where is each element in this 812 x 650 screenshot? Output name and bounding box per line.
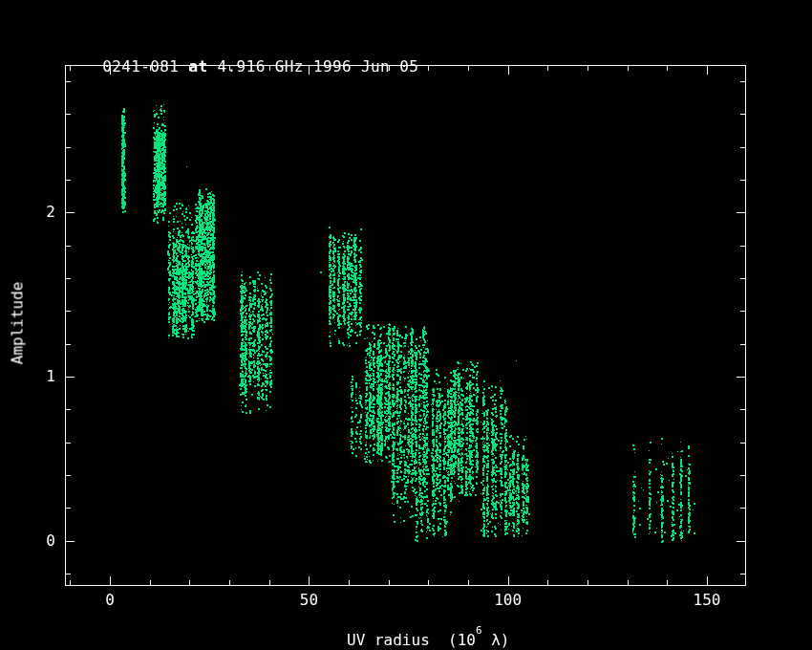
- plot-title-freq-date: 4.916 GHz 1996 Jun 05: [208, 57, 419, 76]
- y-tick-label-2: 2: [32, 203, 55, 222]
- x-tick-label-0: 0: [105, 591, 115, 610]
- plot-title-source: 0241-081: [102, 57, 188, 76]
- x-tick-label-150: 150: [694, 591, 721, 610]
- uv-amplitude-radplot: 0241-081 at 4.916 GHz 1996 Jun 05 Amplit…: [0, 0, 812, 650]
- y-tick-label-0: 0: [32, 531, 55, 551]
- plot-canvas: [0, 0, 812, 650]
- x-axis-label: UV radius (106 λ): [310, 612, 510, 650]
- plot-title: 0241-081 at 4.916 GHz 1996 Jun 05: [64, 39, 418, 94]
- plot-title-at: at: [188, 57, 207, 76]
- x-tick-label-50: 50: [300, 591, 318, 610]
- y-axis-label: Amplitude: [9, 282, 27, 365]
- x-axis-label-text: UV radius (10: [347, 631, 476, 649]
- x-tick-label-100: 100: [494, 591, 522, 610]
- y-tick-label-1: 1: [32, 367, 55, 386]
- x-axis-label-unit: λ): [482, 631, 510, 649]
- x-axis-label-exponent: 6: [476, 624, 482, 637]
